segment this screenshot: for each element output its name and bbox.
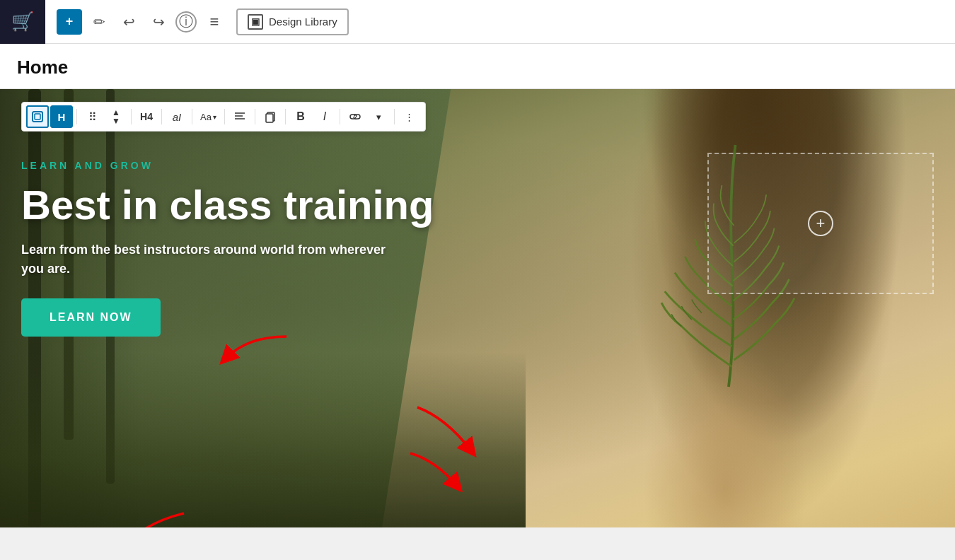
toolbar-divider-1 [76, 109, 77, 124]
toolbar-divider-2 [131, 109, 132, 124]
heading-button[interactable]: H [50, 105, 73, 128]
logo-icon: 🛒 [11, 11, 34, 33]
hero-title: Best in class training [21, 182, 434, 228]
design-library-icon: ▣ [248, 14, 263, 30]
text-style-button[interactable]: aI [166, 105, 188, 128]
hero-content: LEARN AND GROW Best in class training Le… [21, 160, 434, 337]
logo-area: 🛒 [0, 0, 45, 44]
h4-button[interactable]: H4 [135, 105, 158, 128]
undo-button[interactable]: ↩ [116, 9, 141, 35]
toolbar-divider-4 [192, 109, 192, 124]
add-element-button[interactable]: + [57, 9, 82, 35]
toolbar-divider-9 [394, 109, 395, 124]
expand-button[interactable]: ▾ [368, 105, 390, 128]
add-column-button[interactable]: + [808, 211, 833, 236]
page-title: Home [17, 57, 938, 78]
svg-rect-0 [33, 112, 42, 122]
page-title-bar: Home [0, 44, 955, 89]
drag-handle-button[interactable]: ⠿ [81, 105, 103, 128]
svg-rect-1 [35, 114, 40, 119]
toolbar-divider-6 [255, 109, 255, 124]
info-button[interactable]: ⓘ [175, 11, 197, 33]
floating-toolbar: H ⠿ ▲▼ H4 aI Aa▾ B I ▾ [21, 102, 426, 132]
redo-button[interactable]: ↪ [146, 9, 171, 35]
hero-subtitle: LEARN AND GROW [21, 160, 434, 171]
hero-section: H ⠿ ▲▼ H4 aI Aa▾ B I ▾ [0, 89, 955, 527]
design-library-button[interactable]: ▣ Design Library [236, 8, 349, 35]
up-down-button[interactable]: ▲▼ [105, 105, 127, 128]
toolbar-divider-3 [161, 109, 162, 124]
edit-button[interactable]: ✏ [86, 9, 112, 35]
bold-button[interactable]: B [289, 105, 312, 128]
design-library-label: Design Library [269, 16, 337, 28]
select-tool-button[interactable] [26, 105, 49, 128]
right-column-add[interactable]: + [707, 153, 934, 294]
toolbar-actions: + ✏ ↩ ↪ ⓘ ≡ ▣ Design Library [45, 8, 360, 35]
toolbar-divider-7 [285, 109, 286, 124]
align-button[interactable] [228, 105, 251, 128]
learn-now-button[interactable]: LEARN NOW [21, 298, 161, 337]
font-family-button[interactable]: Aa▾ [196, 105, 221, 128]
more-options-button[interactable]: ⋮ [398, 105, 421, 128]
top-bar: 🛒 + ✏ ↩ ↪ ⓘ ≡ ▣ Design Library [0, 0, 955, 44]
link-button[interactable] [344, 105, 366, 128]
copy-button[interactable] [259, 105, 282, 128]
hero-description: Learn from the best instructors around w… [21, 240, 389, 279]
svg-rect-6 [266, 114, 273, 122]
toolbar-divider-5 [224, 109, 225, 124]
hamburger-menu-button[interactable]: ≡ [201, 9, 226, 35]
toolbar-divider-8 [340, 109, 340, 124]
italic-button[interactable]: I [313, 105, 336, 128]
